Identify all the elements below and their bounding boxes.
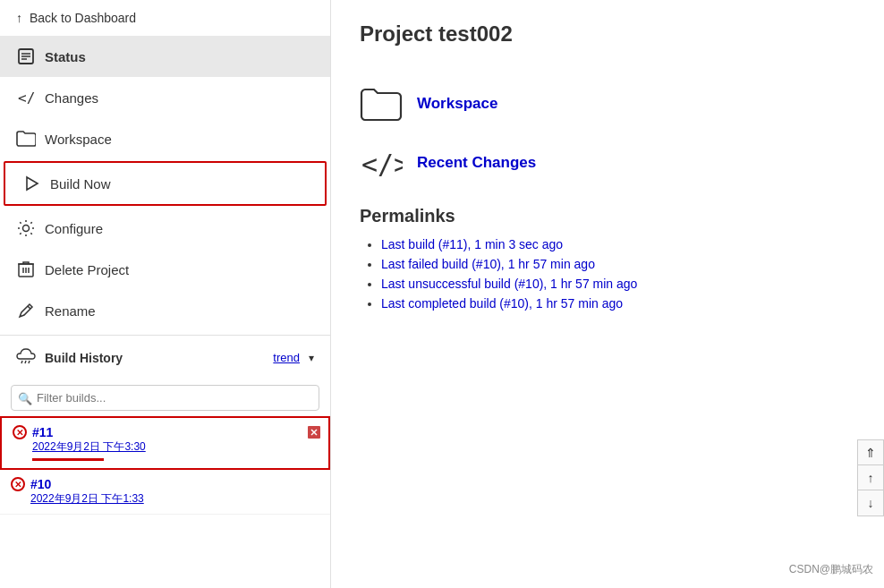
permalink-link-3[interactable]: Last unsuccessful build (#10), 1 hr 57 m… [381,277,637,291]
build-error-icon-11: ✕ [13,425,27,439]
sidebar-item-status[interactable]: Status [0,36,330,77]
delete-icon [16,260,36,279]
shortcut-recent-changes[interactable]: </> Recent Changes [360,141,855,184]
back-to-dashboard-label: Back to Dashboard [30,11,136,25]
arrow-up-icon: ↑ [16,11,22,25]
build-history-title: Build History [45,351,264,365]
svg-line-12 [28,306,30,309]
build-flag-icon-11 [307,425,321,439]
changes-icon: </> [16,88,36,107]
build-history-header: Build History trend ▾ [0,335,330,379]
recent-changes-shortcut-label: Recent Changes [417,154,536,172]
sidebar-item-configure[interactable]: Configure [0,208,330,249]
build-item-11[interactable]: ✕ #11 2022年9月2日 下午3:30 [0,416,330,470]
sidebar-item-configure-label: Configure [45,221,103,236]
back-to-dashboard[interactable]: ↑ Back to Dashboard [0,0,330,36]
sidebar: ↑ Back to Dashboard Status </> C [0,0,331,588]
svg-text:</>: </> [361,149,403,180]
list-item: Last completed build (#10), 1 hr 57 min … [381,296,855,311]
build-history-rain-icon [16,346,36,369]
permalinks-title: Permalinks [360,206,855,226]
recent-changes-shortcut-icon: </> [360,141,403,184]
main-content: Project test002 Workspace </> Re [331,0,884,588]
rename-icon [16,301,36,320]
workspace-folder-icon [16,129,36,149]
configure-icon [16,218,36,238]
build-number-11: #11 [32,425,53,439]
build-error-icon-10: ✕ [11,477,25,491]
play-icon [21,174,41,193]
build-date-10[interactable]: 2022年9月2日 下午1:33 [30,491,319,507]
sidebar-item-delete-project-label: Delete Project [45,262,129,277]
list-item: Last build (#11), 1 min 3 sec ago [381,237,855,251]
build-list: ✕ #11 2022年9月2日 下午3:30 ✕ #10 [0,416,330,588]
shortcuts-section: Workspace </> Recent Changes [360,82,855,184]
workspace-shortcut-label: Workspace [417,95,497,113]
svg-marker-5 [27,177,38,190]
build-date-11[interactable]: 2022年9月2日 下午3:30 [32,439,318,455]
svg-line-15 [29,361,30,363]
permalink-link-2[interactable]: Last failed build (#10), 1 hr 57 min ago [381,257,595,271]
filter-input-wrapper: 🔍 [0,379,330,416]
list-item: Last failed build (#10), 1 hr 57 min ago [381,257,855,271]
trend-link[interactable]: trend [273,351,300,364]
permalink-link-1[interactable]: Last build (#11), 1 min 3 sec ago [381,237,563,251]
workspace-shortcut-icon [360,82,403,125]
sidebar-item-workspace[interactable]: Workspace [0,118,330,159]
permalink-link-4[interactable]: Last completed build (#10), 1 hr 57 min … [381,296,623,311]
scroll-up-button[interactable]: ↑ [858,465,883,490]
search-icon: 🔍 [18,391,32,405]
sidebar-item-status-label: Status [45,49,86,64]
sidebar-item-changes-label: Changes [45,90,98,106]
sidebar-item-changes[interactable]: </> Changes [0,77,330,118]
permalinks-section: Permalinks Last build (#11), 1 min 3 sec… [360,206,855,311]
watermark: CSDN@鹏城码农 [789,562,873,577]
build-number-10: #10 [30,477,51,491]
sidebar-item-build-now-label: Build Now [50,176,111,192]
scroll-down-button[interactable]: ↓ [858,490,883,516]
sidebar-item-build-now[interactable]: Build Now [4,161,327,206]
shortcut-workspace[interactable]: Workspace [360,82,855,125]
build-item-10[interactable]: ✕ #10 2022年9月2日 下午1:33 [0,470,330,515]
page-title: Project test002 [360,21,855,47]
filter-builds-input[interactable] [11,385,319,411]
scroll-buttons-panel: ⇑ ↑ ↓ [857,439,884,516]
svg-point-6 [23,226,30,232]
svg-line-14 [25,361,26,363]
svg-line-13 [21,361,22,363]
sidebar-item-rename[interactable]: Rename [0,290,330,331]
list-item: Last unsuccessful build (#10), 1 hr 57 m… [381,277,855,291]
permalinks-list: Last build (#11), 1 min 3 sec ago Last f… [360,237,855,311]
status-icon [16,47,36,66]
scroll-to-top-button[interactable]: ⇑ [858,440,883,465]
chevron-down-icon[interactable]: ▾ [309,352,314,364]
sidebar-item-workspace-label: Workspace [45,132,112,147]
sidebar-item-rename-label: Rename [45,303,96,319]
svg-text:</>: </> [18,89,35,107]
build-progress-11 [32,458,104,461]
sidebar-item-delete-project[interactable]: Delete Project [0,249,330,290]
